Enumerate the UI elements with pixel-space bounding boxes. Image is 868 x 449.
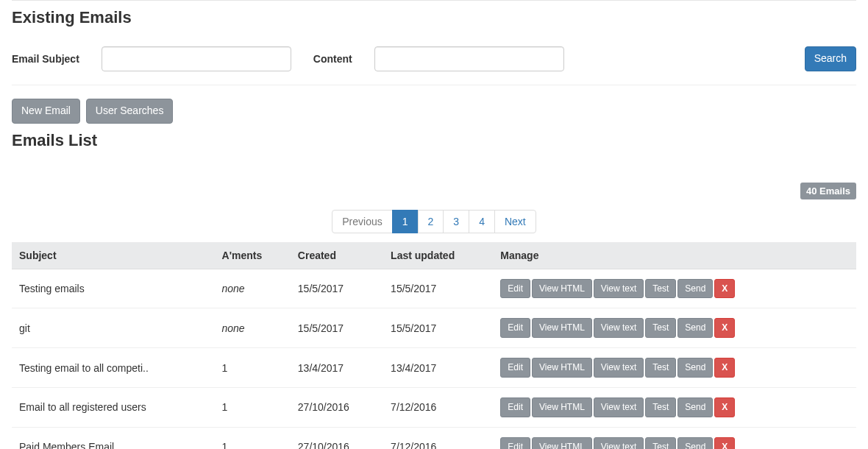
edit-button[interactable]: Edit (500, 279, 530, 299)
pagination-page-1[interactable]: 1 (392, 210, 419, 233)
cell-updated: 15/5/2017 (383, 269, 493, 308)
cell-manage: EditView HTMLView textTestSendX (493, 427, 856, 449)
cell-subject: Email to all registered users (12, 387, 215, 427)
cell-updated: 7/12/2016 (383, 387, 493, 427)
cell-manage: EditView HTMLView textTestSendX (493, 387, 856, 427)
cell-subject: Testing email to all competi.. (12, 348, 215, 388)
view-html-button[interactable]: View HTML (532, 318, 592, 338)
cell-manage: EditView HTMLView textTestSendX (493, 308, 856, 348)
view-text-button[interactable]: View text (594, 279, 644, 299)
send-button[interactable]: Send (677, 279, 713, 299)
emails-table: Subject A'ments Created Last updated Man… (12, 242, 856, 449)
send-button[interactable]: Send (677, 318, 713, 338)
table-row: gitnone15/5/201715/5/2017EditView HTMLVi… (12, 308, 856, 348)
content-label: Content (313, 53, 352, 65)
cell-manage: EditView HTMLView textTestSendX (493, 348, 856, 388)
cell-aments: 1 (215, 387, 291, 427)
cell-created: 15/5/2017 (291, 308, 383, 348)
cell-subject: Testing emails (12, 269, 215, 308)
search-bar: Email Subject Content Search (12, 40, 856, 85)
view-html-button[interactable]: View HTML (532, 437, 592, 449)
email-subject-input[interactable] (102, 46, 291, 71)
cell-created: 27/10/2016 (291, 427, 383, 449)
new-email-button[interactable]: New Email (12, 99, 80, 124)
cell-subject: Paid Members Email (12, 427, 215, 449)
edit-button[interactable]: Edit (500, 358, 530, 378)
table-row: Paid Members Email127/10/20167/12/2016Ed… (12, 427, 856, 449)
test-button[interactable]: Test (645, 279, 676, 299)
view-html-button[interactable]: View HTML (532, 279, 592, 299)
cell-created: 15/5/2017 (291, 269, 383, 308)
view-text-button[interactable]: View text (594, 437, 644, 449)
pagination: Previous 1234 Next (332, 210, 536, 233)
cell-updated: 13/4/2017 (383, 348, 493, 388)
pagination-page-2[interactable]: 2 (418, 210, 444, 233)
email-subject-label: Email Subject (12, 53, 79, 65)
page-title: Existing Emails (12, 8, 856, 27)
edit-button[interactable]: Edit (500, 318, 530, 338)
view-text-button[interactable]: View text (594, 318, 644, 338)
cell-aments: none (215, 308, 291, 348)
th-updated: Last updated (383, 242, 493, 269)
table-row: Testing emailsnone15/5/201715/5/2017Edit… (12, 269, 856, 308)
edit-button[interactable]: Edit (500, 437, 530, 449)
user-searches-button[interactable]: User Searches (86, 99, 174, 124)
test-button[interactable]: Test (645, 437, 676, 449)
view-text-button[interactable]: View text (594, 358, 644, 378)
delete-button[interactable]: X (714, 358, 735, 378)
search-button[interactable]: Search (805, 46, 856, 71)
send-button[interactable]: Send (677, 358, 713, 378)
cell-manage: EditView HTMLView textTestSendX (493, 269, 856, 308)
content-input[interactable] (374, 46, 564, 71)
th-subject: Subject (12, 242, 215, 269)
th-created: Created (291, 242, 383, 269)
cell-aments: 1 (215, 427, 291, 449)
table-row: Testing email to all competi..113/4/2017… (12, 348, 856, 388)
cell-aments: none (215, 269, 291, 308)
table-row: Email to all registered users127/10/2016… (12, 387, 856, 427)
cell-aments: 1 (215, 348, 291, 388)
action-buttons-row: New Email User Searches (12, 99, 856, 124)
test-button[interactable]: Test (645, 358, 676, 378)
delete-button[interactable]: X (714, 437, 735, 449)
cell-updated: 7/12/2016 (383, 427, 493, 449)
test-button[interactable]: Test (645, 397, 676, 417)
view-text-button[interactable]: View text (594, 397, 644, 417)
cell-updated: 15/5/2017 (383, 308, 493, 348)
view-html-button[interactable]: View HTML (532, 397, 592, 417)
emails-count-badge: 40 Emails (800, 183, 856, 199)
cell-created: 13/4/2017 (291, 348, 383, 388)
delete-button[interactable]: X (714, 318, 735, 338)
pagination-previous[interactable]: Previous (332, 210, 392, 233)
pagination-page-3[interactable]: 3 (443, 210, 469, 233)
th-aments: A'ments (215, 242, 291, 269)
th-manage: Manage (493, 242, 856, 269)
edit-button[interactable]: Edit (500, 397, 530, 417)
cell-subject: git (12, 308, 215, 348)
delete-button[interactable]: X (714, 397, 735, 417)
send-button[interactable]: Send (677, 397, 713, 417)
test-button[interactable]: Test (645, 318, 676, 338)
send-button[interactable]: Send (677, 437, 713, 449)
list-title: Emails List (12, 131, 856, 150)
pagination-page-4[interactable]: 4 (469, 210, 495, 233)
delete-button[interactable]: X (714, 279, 735, 299)
view-html-button[interactable]: View HTML (532, 358, 592, 378)
cell-created: 27/10/2016 (291, 387, 383, 427)
pagination-next[interactable]: Next (494, 210, 536, 233)
